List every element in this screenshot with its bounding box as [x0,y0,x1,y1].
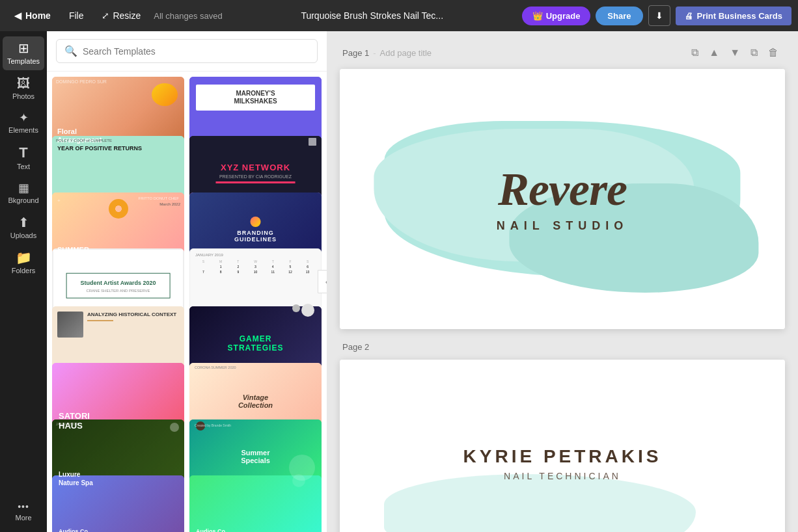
sidebar-item-templates[interactable]: ⊞ Templates [3,36,44,70]
print-icon: 🖨 [685,11,693,21]
sidebar: ⊞ Templates 🖼 Photos ✦ Elements T Text ▦… [0,31,47,532]
elements-icon: ✦ [19,112,29,124]
sidebar-item-more[interactable]: ••• More [3,497,44,527]
chevron-left-icon: ‹ [325,276,327,287]
satori-title: SATORI [59,412,90,421]
file-button[interactable]: File [61,7,92,25]
summer-subtitle: SPECIALS [57,254,93,261]
sidebar-item-uploads[interactable]: ⬆ Uploads [3,211,44,245]
download-icon: ⬇ [655,10,663,21]
canvas-area: Page 1 - Add page title ⧉ ▲ ▼ ⧉ 🗑 Re [327,31,798,532]
sidebar-label-elements: Elements [8,126,38,134]
templates-grid: DOMINGO PEDRO SUR Floral Arrangement MAR… [47,72,327,532]
revere-script-text: Revere [497,166,629,213]
xyz-title: XYZ NETWORK [189,163,322,172]
print-button[interactable]: 🖨 Print Business Cards [676,7,792,25]
canvas-page1[interactable]: Revere NAIL STUDIO [340,69,785,329]
folders-icon: 📁 [16,251,32,264]
text-icon: T [19,146,27,160]
audios1-title: Audios Co. [59,528,100,532]
sidebar-label-folders: Folders [12,267,36,274]
search-input-wrap: 🔍 [56,39,318,63]
page2-container: Page 2 KYRIE PETRAKIS NAIL TECHNICIAN [340,342,785,532]
resize-label: Resize [113,10,141,21]
gamer-title: GAMER [228,334,284,343]
download-button[interactable]: ⬇ [648,5,670,26]
top-bar-right: 👑 Upgrade Share ⬇ 🖨 Print Business Cards [522,5,791,26]
document-title: Turquoise Brush Strokes Nail Tec... [301,10,443,21]
page1-duplicate-button[interactable]: ⧉ [747,44,762,61]
uploads-icon: ⬆ [18,216,29,229]
background-icon: ▦ [18,182,29,194]
page1-title-area: Page 1 - Add page title [342,48,432,58]
sidebar-item-elements[interactable]: ✦ Elements [3,107,44,139]
resize-button[interactable]: ⤢ Resize [94,7,148,25]
page1-down-button[interactable]: ▼ [726,44,744,61]
print-label: Print Business Cards [697,11,783,21]
milkshakes-subtitle: MILKSHAKES [201,98,310,105]
share-button[interactable]: Share [596,7,642,25]
canvas-page2[interactable]: KYRIE PETRAKIS NAIL TECHNICIAN [340,360,785,532]
kyrie-brand-text: KYRIE PETRAKIS NAIL TECHNICIAN [463,446,662,481]
page1-label: Page 1 [342,48,369,58]
sidebar-label-more: More [15,514,31,522]
sidebar-label-photos: Photos [12,92,34,100]
gamer-subtitle: STRATEGIES [228,343,284,352]
vintage-subtitle: Collection [238,401,273,409]
sidebar-label-background: Bkground [8,196,38,204]
search-icon: 🔍 [64,45,77,57]
branding-subtitle: GUIDELINES [234,236,277,243]
page1-content: Revere NAIL STUDIO [340,69,785,329]
page2-brush-stroke [384,474,696,532]
vintage-title: Vintage [238,393,273,401]
sidebar-label-templates: Templates [7,57,40,65]
home-label: Home [25,10,51,21]
resize-icon: ⤢ [102,10,109,21]
page1-up-button[interactable]: ▲ [705,44,723,61]
kyrie-name-text: KYRIE PETRAKIS [463,446,662,467]
sidebar-label-uploads: Uploads [10,232,36,239]
templates-icon: ⊞ [18,42,29,55]
sidebar-item-text[interactable]: T Text [3,140,44,176]
analyzing-title: ANALYZING HISTORICAL CONTEXT [87,312,176,318]
nail-studio-text: NAIL STUDIO [497,219,629,233]
audios2-title: Audios Co. [196,528,238,532]
page2-title-area: Page 2 [342,342,369,352]
crown-icon: 👑 [532,11,543,21]
nail-tech-title: NAIL TECHNICIAN [463,471,662,481]
page2-header: Page 2 [340,342,785,352]
page2-content: KYRIE PETRAKIS NAIL TECHNICIAN [340,360,785,532]
xyz-subtitle: PRESENTED BY CIA RODRIGUEZ [189,174,322,179]
milkshakes-title: MARONEY'S [201,90,310,98]
sidebar-label-text: Text [17,163,30,170]
collapse-panel-button[interactable]: ‹ [318,270,327,293]
luxure-subtitle: Nature Spa [59,479,93,487]
search-bar: 🔍 [47,31,327,72]
floral-title: Floral [57,127,102,136]
more-icon: ••• [18,502,29,511]
photos-icon: 🖼 [17,77,30,90]
add-page-title[interactable]: Add page title [380,48,432,58]
page1-actions: ⧉ ▲ ▼ ⧉ 🗑 [687,44,782,61]
branding-title: BRANDING [234,230,277,236]
summer2-title: Summer [241,449,270,457]
upgrade-button[interactable]: 👑 Upgrade [522,7,591,25]
page1-delete-button[interactable]: 🗑 [764,44,782,61]
sidebar-item-photos[interactable]: 🖼 Photos [3,72,44,105]
search-input[interactable] [83,46,309,57]
revere-brand-text: Revere NAIL STUDIO [497,166,629,233]
page2-label: Page 2 [342,342,369,352]
sidebar-item-folders[interactable]: 📁 Folders [3,246,44,280]
top-bar-left: ◀ Home File ⤢ Resize All changes saved [7,7,223,25]
saved-status: All changes saved [154,11,223,21]
chevron-left-icon: ◀ [14,10,21,21]
positive-title: YEAR OF POSITIVE RETURNS [57,145,179,152]
upgrade-label: Upgrade [546,11,581,21]
home-button[interactable]: ◀ Home [7,7,59,25]
page1-copy-icon-button[interactable]: ⧉ [687,44,702,61]
sidebar-item-background[interactable]: ▦ Bkground [3,177,44,209]
luxure-title: Luxure [59,470,93,479]
templates-panel: 🔍 DOMINGO PEDRO SUR Floral Arrangement [47,31,327,532]
page1-header: Page 1 - Add page title ⧉ ▲ ▼ ⧉ 🗑 [340,44,785,61]
summer-title: SUMMER [57,246,93,254]
